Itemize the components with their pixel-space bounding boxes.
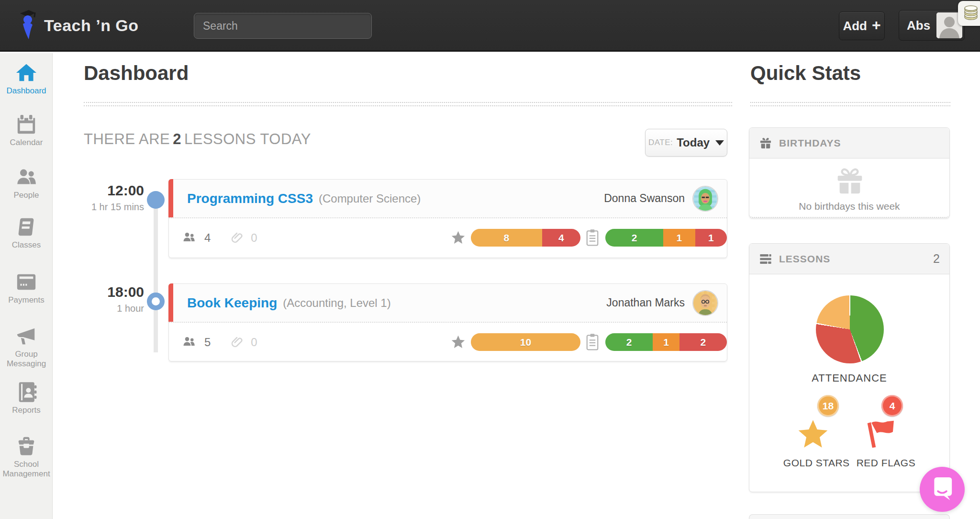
absence-button[interactable]: Abs [899,10,965,41]
clipboard-icon[interactable] [585,228,600,247]
badge-segment: 4 [542,229,580,247]
sidebar-item-label: Reports [0,406,53,415]
lesson-card-footer: 5 0 10 2 [169,323,727,362]
app-root: Teach ’n Go Add + Abs [0,0,980,519]
summary-prefix: THERE ARE [84,131,170,147]
calendar-icon [15,113,37,135]
attendance-pie-chart [816,295,884,363]
paperclip-icon [230,335,244,350]
divider [84,102,732,106]
red-flags-label: RED FLAGS [853,457,919,468]
birthdays-card: BIRTHDAYS No birthdays this week [749,127,950,218]
attendance-chart-label: ATTENDANCE [749,372,949,384]
lessons-stats-card: LESSONS 2 ATTENDANCE 18 4 [749,243,950,492]
lesson-subject: (Accounting, Level 1) [283,296,390,310]
coins-extension-icon[interactable] [958,1,980,26]
sidebar-item-label: Dashboard [0,86,53,96]
page-title: Dashboard [84,62,189,85]
red-flag-icon [865,417,897,451]
sidebar-item-group-messaging[interactable]: Group Messaging [0,325,53,369]
summary-count: 2 [170,131,184,147]
add-button[interactable]: Add + [839,11,885,40]
sidebar-item-reports[interactable]: Reports [0,381,53,415]
search-input[interactable] [194,13,372,39]
chevron-down-icon [715,140,724,146]
lessons-card-title: LESSONS [779,253,830,265]
sidebar-item-school-management[interactable]: School Management [0,435,53,479]
sidebar-item-label: People [0,191,53,200]
lesson-subject: (Computer Science) [319,192,421,205]
lesson-card-footer: 4 0 8 4 2 [169,218,727,258]
badge-segment: 2 [605,333,653,351]
teacher-name: Jonathan Marks [606,296,685,309]
date-filter-value: Today [677,136,710,149]
divider [750,102,950,106]
lesson-card[interactable]: Programming CSS3 (Computer Science) Donn… [168,179,727,258]
plus-icon: + [872,16,881,34]
badge-segment: 1 [653,333,679,351]
book-icon [15,216,37,238]
sidebar-item-calendar[interactable]: Calendar [0,113,53,147]
app-logo[interactable]: Teach ’n Go [16,8,139,43]
students-count: 5 [204,336,211,349]
badge-segment: 1 [695,229,727,247]
badge-segment: 2 [605,229,663,247]
quick-stats-panel: Quick Stats BIRTHDAYS No birthdays this [749,53,980,519]
date-filter-dropdown[interactable]: DATE: Today [645,129,727,157]
sidebar-item-label: Classes [0,240,53,250]
lesson-card[interactable]: Book Keeping (Accounting, Level 1) Jonat… [168,283,727,361]
teacher-name: Donna Swanson [604,192,685,205]
attachments-count: 0 [251,231,257,245]
lesson-title-link[interactable]: Programming CSS3 [187,191,313,206]
gold-star-icon [797,417,829,451]
paperclip-icon [230,231,244,245]
lesson-duration: 1 hr 15 mins [67,202,144,213]
list-icon [759,252,772,266]
chat-bubble-icon [930,477,954,502]
lesson-time: 18:00 [67,284,144,300]
lesson-card-header: Book Keeping (Accounting, Level 1) Jonat… [169,284,727,323]
absence-button-label: Abs [907,18,930,33]
sidebar-item-payments[interactable]: Payments [0,271,53,305]
sidebar-item-label: Payments [0,295,53,305]
awards-labels: GOLD STARSRED FLAGS [749,457,949,469]
chat-launcher-button[interactable] [920,467,965,512]
birthdays-card-body: No birthdays this week [749,158,949,218]
teacher-avatar[interactable] [692,186,718,212]
lesson-counts: 5 0 [181,323,257,362]
main-content: Dashboard THERE ARE2LESSONS TODAY DATE: … [53,53,739,519]
teacher-avatar-image [693,291,717,315]
timeline-line [154,194,158,352]
timeline-dot-filled [147,191,165,209]
birthdays-card-header: BIRTHDAYS [749,128,949,158]
lessons-count-badge: 2 [933,252,940,266]
badge-segment: 2 [679,333,727,351]
red-flags-stat: 4 [861,395,902,451]
red-flags-count-badge: 4 [881,395,903,417]
sidebar-item-people[interactable]: People [0,166,53,200]
lesson-counts: 4 0 [181,218,257,258]
attendance-badge: 2 1 2 [605,333,727,351]
add-button-label: Add [843,19,867,34]
topbar: Teach ’n Go Add + Abs [0,0,980,52]
star-icon[interactable] [450,334,466,350]
teacher-avatar-image [693,187,717,211]
gift-icon [759,136,772,150]
gold-stars-count-badge: 18 [817,395,839,417]
gift-icon-large [835,166,865,197]
attachments-count: 0 [251,336,257,349]
lesson-title-link[interactable]: Book Keeping [187,295,277,311]
people-icon [15,166,37,188]
clipboard-icon[interactable] [585,332,600,351]
sidebar-item-dashboard[interactable]: Dashboard [0,62,53,96]
star-flag-badge: 10 [471,333,580,351]
star-icon[interactable] [450,230,466,246]
coin-stack-icon [962,4,980,23]
address-book-icon [15,381,37,403]
toolbox-icon [15,435,37,457]
sidebar-item-label: School Management [0,460,53,479]
logo-text: Teach ’n Go [44,16,139,35]
teacher-avatar[interactable] [692,290,718,316]
gold-stars-label: GOLD STARS [780,457,853,468]
sidebar-item-classes[interactable]: Classes [0,216,53,250]
